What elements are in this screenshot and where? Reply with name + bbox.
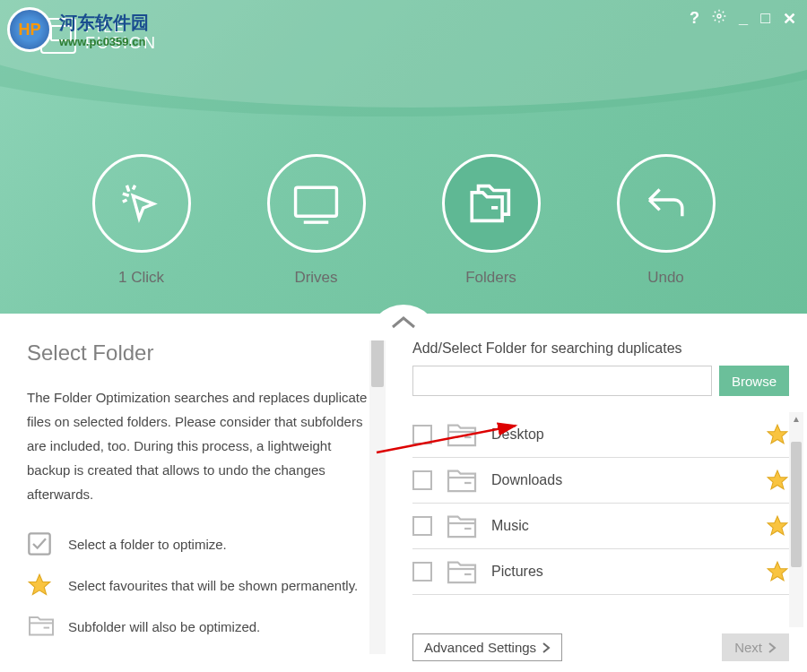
folder-row-desktop[interactable]: Desktop bbox=[412, 412, 789, 458]
next-button[interactable]: Next bbox=[722, 633, 789, 661]
folder-checkbox[interactable] bbox=[412, 562, 432, 582]
watermark-url: www.pc0359.cn bbox=[59, 35, 149, 48]
gear-icon bbox=[712, 9, 726, 23]
chevron-right-icon bbox=[542, 642, 551, 654]
tab-label: Folders bbox=[465, 269, 516, 287]
watermark-cn-text: 河东软件园 bbox=[59, 11, 149, 35]
tab-undo[interactable]: Undo bbox=[617, 154, 716, 287]
folder-checkbox[interactable] bbox=[412, 516, 432, 536]
favorite-star-button[interactable] bbox=[766, 514, 789, 538]
legend-text: Select favourites that will be shown per… bbox=[68, 578, 358, 593]
folder-icon bbox=[445, 513, 479, 539]
folder-name: Pictures bbox=[491, 564, 766, 580]
chevron-right-icon bbox=[768, 642, 777, 654]
folder-name: Downloads bbox=[491, 472, 766, 488]
folder-path-input[interactable] bbox=[412, 366, 712, 396]
watermark: HP 河东软件园 www.pc0359.cn bbox=[7, 7, 149, 52]
folder-list: Desktop Downloads Music Pictures bbox=[412, 412, 789, 595]
undo-icon bbox=[641, 179, 690, 228]
legend-item: Select a folder to optimize. bbox=[27, 531, 368, 556]
left-scrollbar[interactable] bbox=[369, 332, 386, 654]
folder-row-music[interactable]: Music bbox=[412, 504, 789, 549]
folder-icon bbox=[27, 614, 56, 637]
favorite-star-button[interactable] bbox=[766, 423, 789, 446]
folders-icon bbox=[465, 177, 517, 229]
folder-checkbox[interactable] bbox=[412, 425, 432, 444]
tab-label: Drives bbox=[294, 269, 337, 287]
tab-label: Undo bbox=[647, 269, 684, 287]
legend-text: Select a folder to optimize. bbox=[68, 537, 227, 552]
svg-marker-10 bbox=[768, 425, 787, 444]
folder-icon bbox=[445, 558, 479, 585]
help-button[interactable]: ? bbox=[690, 9, 699, 29]
tab-folders[interactable]: Folders bbox=[442, 154, 541, 287]
right-panel-title: Add/Select Folder for searching duplicat… bbox=[412, 340, 789, 357]
favorite-star-button[interactable] bbox=[766, 560, 789, 583]
legend-text: Subfolder will also be optimized. bbox=[68, 619, 260, 634]
svg-rect-4 bbox=[29, 533, 49, 554]
svg-rect-1 bbox=[296, 187, 337, 216]
folder-icon bbox=[445, 467, 479, 494]
tab-1click[interactable]: 1 Click bbox=[92, 154, 191, 287]
favorite-star-button[interactable] bbox=[766, 469, 789, 492]
chevron-up-icon bbox=[390, 314, 417, 331]
page-title: Select Folder bbox=[27, 340, 368, 366]
folder-row-pictures[interactable]: Pictures bbox=[412, 549, 789, 595]
svg-marker-16 bbox=[768, 516, 787, 535]
folder-checkbox[interactable] bbox=[412, 470, 432, 490]
folder-name: Music bbox=[491, 518, 766, 534]
monitor-icon bbox=[291, 179, 341, 228]
maximize-button[interactable]: □ bbox=[760, 9, 770, 29]
left-info-panel: Select Folder The Folder Optimization se… bbox=[0, 314, 386, 672]
tab-drives[interactable]: Drives bbox=[267, 154, 366, 287]
settings-button[interactable] bbox=[712, 9, 726, 29]
tab-label: 1 Click bbox=[118, 269, 164, 287]
right-scrollbar[interactable]: ▲ bbox=[789, 412, 803, 627]
svg-marker-13 bbox=[768, 470, 787, 489]
scroll-up-icon[interactable]: ▲ bbox=[789, 412, 803, 426]
watermark-logo: HP bbox=[7, 7, 52, 52]
folder-name: Desktop bbox=[491, 426, 766, 443]
checkbox-icon bbox=[27, 531, 52, 556]
main-tabs: 1 Click Drives Folders Undo bbox=[0, 154, 807, 287]
star-icon bbox=[27, 573, 52, 598]
page-description: The Folder Optimization searches and rep… bbox=[27, 385, 368, 506]
cursor-click-icon bbox=[117, 179, 166, 228]
browse-button[interactable]: Browse bbox=[719, 366, 789, 396]
close-button[interactable]: ✕ bbox=[783, 9, 796, 29]
folder-icon bbox=[445, 421, 479, 448]
legend-item: Select favourites that will be shown per… bbox=[27, 573, 368, 598]
minimize-button[interactable]: _ bbox=[739, 9, 748, 29]
svg-marker-19 bbox=[768, 562, 787, 581]
header-panel: HP 河东软件园 www.pc0359.cn FILE FUSION ? _ □… bbox=[0, 0, 807, 314]
window-controls: ? _ □ ✕ bbox=[690, 9, 796, 29]
svg-marker-5 bbox=[29, 574, 49, 594]
svg-point-0 bbox=[717, 14, 721, 18]
right-folder-panel: Add/Select Folder for searching duplicat… bbox=[386, 314, 807, 672]
folder-row-downloads[interactable]: Downloads bbox=[412, 458, 789, 504]
advanced-settings-button[interactable]: Advanced Settings bbox=[412, 633, 562, 661]
legend-item: Subfolder will also be optimized. bbox=[27, 614, 368, 639]
